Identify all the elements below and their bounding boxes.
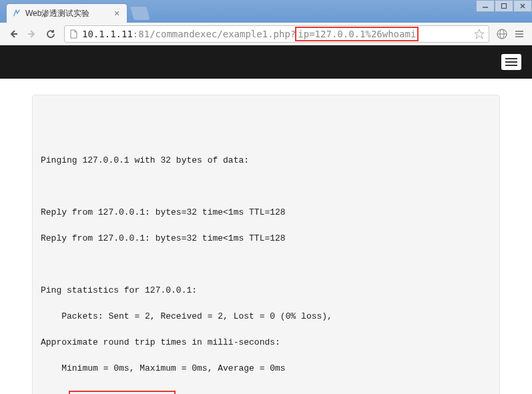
whoami-result-highlighted: nt authority\system: [69, 391, 176, 394]
url-host: 10.1.1.11: [82, 29, 133, 39]
output-line: [41, 258, 491, 271]
main-content: Pinging 127.0.0.1 with 32 bytes of data:…: [0, 79, 532, 394]
site-header: [0, 45, 532, 79]
close-window-button[interactable]: [513, 0, 532, 12]
output-line: Reply from 127.0.0.1: bytes=32 time<1ms …: [41, 232, 491, 245]
address-bar[interactable]: 10.1.1.11:81/commandexec/example1.php?ip…: [64, 25, 489, 43]
window-controls: [476, 0, 532, 12]
forward-button[interactable]: [24, 26, 40, 42]
command-output-block: Pinging 127.0.0.1 with 32 bytes of data:…: [32, 95, 500, 394]
output-line: [41, 323, 491, 337]
tab-close-icon[interactable]: ×: [112, 9, 121, 18]
output-line: Ping statistics for 127.0.0.1:: [41, 284, 491, 297]
back-button[interactable]: [5, 26, 21, 42]
globe-icon[interactable]: [495, 27, 509, 41]
browser-toolbar: 10.1.1.11:81/commandexec/example1.php?ip…: [0, 23, 532, 45]
output-line: [41, 193, 491, 207]
maximize-button[interactable]: [495, 0, 513, 12]
url-port: :81: [133, 29, 150, 39]
new-tab-button[interactable]: [130, 7, 150, 20]
output-line: Pinging 127.0.0.1 with 32 bytes of data:: [41, 154, 491, 167]
output-line: [41, 167, 491, 181]
output-line: [41, 128, 491, 141]
output-line: [41, 219, 491, 233]
tab-strip: Web渗透测试实验 ×: [0, 0, 532, 23]
output-line: Reply from 127.0.0.1: bytes=32 time<1ms …: [41, 206, 491, 219]
output-line: Approximate round trip times in milli-se…: [41, 336, 491, 349]
output-line: Minimum = 0ms, Maximum = 0ms, Average = …: [41, 362, 491, 375]
url-path: /commandexec/example1.php?: [150, 29, 296, 39]
bookmark-star-icon[interactable]: [474, 29, 485, 39]
page-content: Pinging 127.0.0.1 with 32 bytes of data:…: [0, 45, 532, 394]
output-line: Packets: Sent = 2, Received = 2, Lost = …: [41, 310, 491, 323]
browser-tab[interactable]: Web渗透测试实验 ×: [7, 4, 127, 23]
output-line: [41, 245, 491, 259]
site-menu-button[interactable]: [501, 54, 521, 70]
tab-title: Web渗透测试实验: [25, 8, 112, 19]
url-query-highlighted: ip=127.0.0.1%26whoami: [295, 27, 419, 41]
output-line: [41, 271, 491, 285]
minimize-button[interactable]: [476, 0, 495, 12]
reload-button[interactable]: [43, 26, 59, 42]
output-line: [41, 297, 491, 311]
tab-favicon-icon: [12, 9, 21, 18]
output-line: [41, 141, 491, 155]
output-line: [41, 180, 491, 193]
chrome-menu-icon[interactable]: [512, 27, 527, 41]
output-line: [41, 349, 491, 363]
svg-rect-1: [502, 4, 507, 9]
page-icon: [69, 29, 78, 39]
